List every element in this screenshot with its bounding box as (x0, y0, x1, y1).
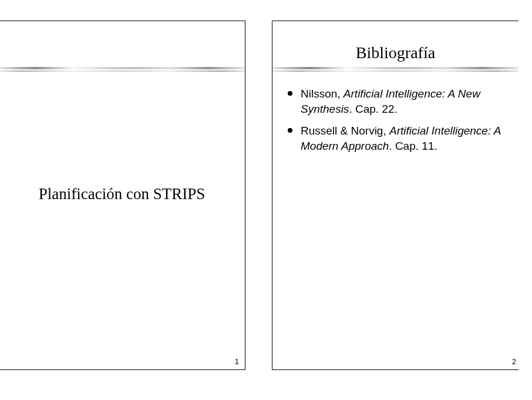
slides-container: Planificación con STRIPS 1 Bibliografía … (0, 0, 532, 370)
slide-2-body: Nilsson, Artificial Intelligence: A New … (272, 78, 518, 369)
bibliography-item: Nilsson, Artificial Intelligence: A New … (284, 86, 507, 116)
slide-2-title: Bibliografía (356, 43, 435, 62)
author-text: Russell & Norvig, (301, 125, 389, 137)
bibliography-list: Nilsson, Artificial Intelligence: A New … (284, 86, 507, 154)
author-text: Nilsson, (301, 88, 344, 100)
slide-2: Bibliografía Nilsson, Artificial Intelli… (272, 21, 518, 370)
slide-1-header (0, 21, 245, 67)
divider-line (0, 67, 245, 72)
slide-1-body: Planificación con STRIPS (0, 78, 245, 369)
title-wrapper: Planificación con STRIPS (11, 83, 233, 364)
divider-line (272, 67, 518, 72)
chapter-text: . Cap. 11. (389, 140, 437, 152)
slide-1-title: Planificación con STRIPS (39, 185, 205, 203)
bibliography-item: Russell & Norvig, Artificial Intelligenc… (284, 123, 507, 153)
page-number-2: 2 (512, 357, 516, 366)
chapter-text: . Cap. 22. (349, 103, 397, 115)
page-number-1: 1 (235, 357, 239, 366)
slide-2-header: Bibliografía (272, 21, 518, 67)
slide-1: Planificación con STRIPS 1 (0, 21, 245, 370)
